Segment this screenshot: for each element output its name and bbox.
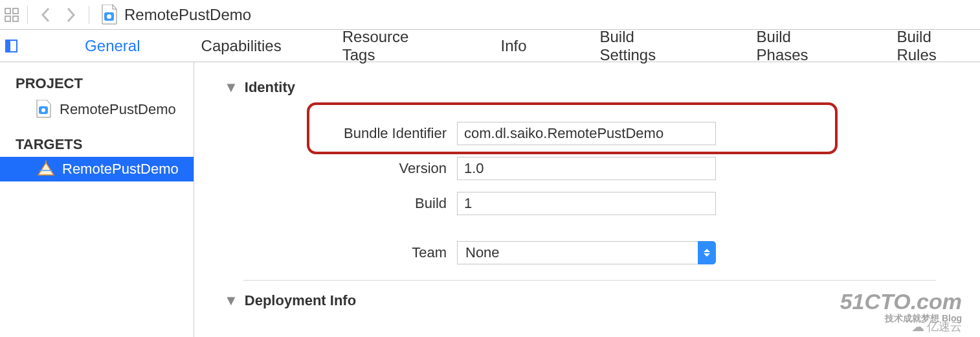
- navigator-project-heading: PROJECT: [0, 62, 194, 96]
- section-divider: [243, 280, 936, 281]
- svg-rect-3: [13, 16, 18, 21]
- navigator-project-label: RemotePustDemo: [60, 101, 176, 118]
- tab-info[interactable]: Info: [492, 37, 536, 55]
- back-arrow-icon[interactable]: [36, 6, 56, 24]
- version-row: Version: [211, 157, 980, 180]
- deployment-heading: Deployment Info: [245, 292, 356, 309]
- build-row: Build: [211, 192, 980, 215]
- breadcrumb[interactable]: RemotePustDemo: [101, 5, 251, 25]
- build-label: Build: [211, 195, 457, 212]
- navigator-target-item[interactable]: RemotePustDemo: [0, 157, 194, 181]
- show-navigator-icon[interactable]: [5, 40, 17, 52]
- editor-tabs: General Capabilities Resource Tags Info …: [0, 30, 980, 62]
- watermark2-text: 亿速云: [927, 319, 962, 334]
- tab-resource-tags[interactable]: Resource Tags: [333, 28, 449, 64]
- navigator-targets-heading: TARGETS: [0, 123, 194, 157]
- bundle-identifier-row: Bundle Identifier: [211, 122, 980, 145]
- team-label: Team: [211, 244, 457, 261]
- team-value: None: [457, 241, 698, 264]
- team-row: Team None: [211, 241, 980, 264]
- project-file-icon: [101, 5, 119, 25]
- build-input[interactable]: [457, 192, 716, 215]
- app-target-icon: [36, 161, 56, 178]
- bundle-identifier-label: Bundle Identifier: [211, 125, 457, 142]
- tab-build-settings[interactable]: Build Settings: [591, 28, 699, 64]
- team-select[interactable]: None: [457, 241, 716, 264]
- separator: [27, 6, 28, 24]
- disclosure-triangle-icon[interactable]: ▼: [224, 79, 238, 96]
- watermark-yisu: ☁ 亿速云: [911, 319, 962, 334]
- identity-section-header[interactable]: ▼ Identity: [224, 79, 980, 96]
- watermark-51cto: 51CTO.com 技术成就梦想 Blog: [840, 290, 962, 323]
- forward-arrow-icon[interactable]: [60, 6, 81, 24]
- tab-general[interactable]: General: [76, 37, 149, 55]
- project-navigator: PROJECT RemotePustDemo TARGETS RemotePus…: [0, 62, 194, 337]
- tab-build-phases[interactable]: Build Phases: [748, 28, 851, 64]
- tab-build-rules[interactable]: Build Rules: [887, 28, 980, 64]
- stepper-icon[interactable]: [698, 241, 716, 264]
- separator: [89, 6, 89, 24]
- identity-heading: Identity: [245, 79, 295, 96]
- toolbar: RemotePustDemo: [0, 0, 980, 30]
- related-items-icon[interactable]: [4, 7, 19, 23]
- svg-rect-1: [13, 8, 18, 14]
- version-label: Version: [211, 160, 457, 177]
- navigator-project-item[interactable]: RemotePustDemo: [0, 96, 194, 123]
- project-file-icon: [36, 100, 53, 119]
- bundle-identifier-input[interactable]: [457, 122, 716, 145]
- watermark-text-big: 51CTO.com: [840, 290, 962, 312]
- breadcrumb-project-name: RemotePustDemo: [124, 6, 251, 24]
- tab-capabilities[interactable]: Capabilities: [192, 37, 291, 55]
- svg-rect-2: [5, 16, 10, 21]
- version-input[interactable]: [457, 157, 716, 180]
- svg-point-7: [41, 108, 45, 112]
- cloud-icon: ☁: [911, 319, 924, 334]
- svg-rect-0: [5, 8, 10, 14]
- disclosure-triangle-icon[interactable]: ▼: [224, 292, 238, 309]
- navigator-target-label: RemotePustDemo: [62, 161, 179, 178]
- svg-point-5: [107, 14, 111, 19]
